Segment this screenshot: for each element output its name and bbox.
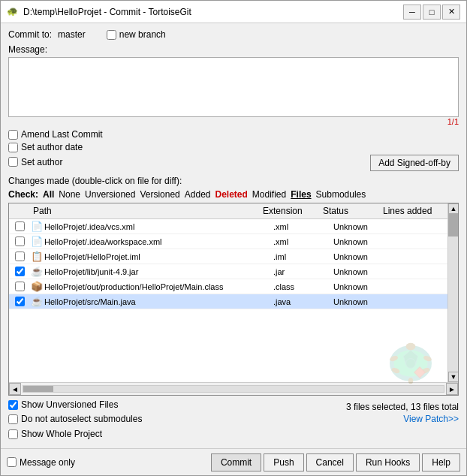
- message-only-checkbox[interactable]: [7, 457, 17, 467]
- header-lines[interactable]: Lines added: [380, 205, 447, 217]
- title-bar: 🐢 D:\temp\HelloProjet - Commit - Tortois…: [1, 1, 466, 23]
- cancel-button[interactable]: Cancel: [306, 453, 354, 471]
- vertical-scrollbar[interactable]: ▲ ▼: [447, 203, 458, 382]
- filter-none[interactable]: None: [59, 189, 80, 200]
- set-author-checkbox[interactable]: [8, 157, 18, 167]
- file-icon-3: 📋: [32, 252, 42, 262]
- header-status[interactable]: Status: [320, 205, 380, 217]
- file-checkbox-4[interactable]: [15, 267, 25, 276]
- author-date-label: Set author date: [21, 142, 83, 152]
- scroll-left-arrow[interactable]: ◄: [9, 383, 21, 395]
- file-path-6: HelloProjet/src/Main.java: [44, 297, 136, 306]
- show-whole-row: Show Whole Project: [8, 429, 459, 439]
- file-checkbox-1[interactable]: [15, 221, 25, 231]
- filter-files[interactable]: Files: [291, 189, 311, 200]
- view-patch-link[interactable]: View Patch>>: [403, 414, 459, 424]
- file-checkbox-6[interactable]: [15, 297, 25, 306]
- check-filter-label: Check:: [8, 189, 38, 200]
- row-name-5[interactable]: 📦 HelloProjet/out/production/HelloProjet…: [30, 281, 270, 293]
- new-branch-checkbox[interactable]: [107, 30, 116, 40]
- header-check: [9, 205, 30, 217]
- row-ext-6: .java: [270, 297, 330, 307]
- scroll-thumb-v[interactable]: [448, 214, 458, 236]
- file-checkbox-5[interactable]: [15, 282, 25, 291]
- file-icon-4: ☕: [32, 267, 42, 277]
- row-status-1: Unknown: [330, 221, 390, 232]
- filter-submodules[interactable]: Submodules: [316, 189, 366, 200]
- filter-deleted[interactable]: Deleted: [215, 189, 248, 200]
- run-hooks-button[interactable]: Run Hooks: [356, 453, 420, 471]
- row-status-4: Unknown: [330, 267, 390, 277]
- row-name-3[interactable]: 📋 HelloProjet/HelloProjet.iml: [30, 251, 270, 263]
- file-checkbox-2[interactable]: [15, 236, 25, 246]
- filter-versioned[interactable]: Versioned: [140, 189, 179, 200]
- footer: Message only Commit Push Cancel Run Hook…: [1, 448, 466, 475]
- file-path-1: HelloProjet/.idea/vcs.xml: [44, 222, 134, 231]
- add-signed-off-button[interactable]: Add Signed-off-by: [370, 155, 459, 171]
- scroll-track-v[interactable]: [448, 214, 458, 372]
- filter-unversioned[interactable]: Unversioned: [85, 189, 135, 200]
- minimize-button[interactable]: ─: [403, 5, 421, 20]
- table-row: 📋 HelloProjet/HelloProjet.iml .iml Unkno…: [9, 249, 458, 264]
- row-check-3[interactable]: [9, 252, 30, 261]
- filter-added[interactable]: Added: [185, 189, 211, 200]
- app-icon: 🐢: [7, 6, 19, 18]
- message-input[interactable]: [8, 57, 459, 117]
- table-row: 📄 HelloProjet/.idea/workspace.xml .xml U…: [9, 234, 458, 249]
- scroll-track-h[interactable]: [23, 385, 444, 393]
- header-ext[interactable]: Extension: [260, 205, 320, 217]
- window-title: D:\temp\HelloProjet - Commit - TortoiseG…: [23, 7, 403, 17]
- file-icon-6: ☕: [32, 297, 42, 307]
- show-unversioned-label: Show Unversioned Files: [21, 399, 118, 410]
- file-icon-1: 📄: [32, 221, 42, 232]
- filter-modified[interactable]: Modified: [252, 189, 286, 200]
- maximize-button[interactable]: □: [423, 5, 441, 20]
- scroll-down-arrow[interactable]: ▼: [448, 372, 459, 382]
- amend-row: Amend Last Commit: [8, 129, 459, 140]
- row-check-4[interactable]: [9, 267, 30, 276]
- file-path-4: HelloProjet/lib/junit-4.9.jar: [44, 267, 138, 276]
- commit-to-row: Commit to: master new branch: [8, 29, 459, 40]
- amend-checkbox[interactable]: [8, 130, 18, 140]
- row-ext-1: .xml: [270, 221, 330, 232]
- show-unversioned-row: Show Unversioned Files: [8, 399, 142, 410]
- row-check-5[interactable]: [9, 282, 30, 291]
- new-branch-label: new branch: [119, 29, 166, 40]
- file-path-2: HelloProjet/.idea/workspace.xml: [44, 237, 162, 246]
- window-controls: ─ □ ✕: [403, 5, 460, 20]
- message-only-label: Message only: [20, 457, 75, 468]
- row-name-2[interactable]: 📄 HelloProjet/.idea/workspace.xml: [30, 236, 270, 248]
- do-not-autoselect-checkbox[interactable]: [8, 414, 18, 424]
- row-name-1[interactable]: 📄 HelloProjet/.idea/vcs.xml: [30, 221, 270, 233]
- file-checkbox-3[interactable]: [15, 252, 25, 261]
- row-check-6[interactable]: [9, 297, 30, 306]
- author-date-checkbox[interactable]: [8, 143, 18, 152]
- scroll-thumb-h[interactable]: [23, 386, 53, 392]
- row-name-4[interactable]: ☕ HelloProjet/lib/junit-4.9.jar: [30, 266, 270, 278]
- show-whole-checkbox[interactable]: [8, 429, 18, 439]
- help-button[interactable]: Help: [422, 453, 460, 471]
- scroll-up-arrow[interactable]: ▲: [448, 203, 459, 214]
- row-ext-2: .xml: [270, 236, 330, 247]
- close-button[interactable]: ✕: [442, 5, 460, 20]
- header-path[interactable]: Path: [30, 205, 260, 217]
- horizontal-scrollbar[interactable]: ◄ ►: [9, 382, 458, 395]
- author-date-row: Set author date: [8, 142, 459, 152]
- file-table-wrapper: Path Extension Status Lines added 📄: [8, 203, 459, 396]
- set-author-label: Set author: [21, 157, 62, 167]
- row-name-6[interactable]: ☕ HelloProjet/src/Main.java: [30, 296, 270, 308]
- row-check-2[interactable]: [9, 236, 30, 246]
- main-content: Commit to: master new branch Message: 1/…: [1, 23, 466, 448]
- row-check-1[interactable]: [9, 221, 30, 231]
- footer-buttons: Commit Push Cancel Run Hooks Help: [211, 453, 460, 471]
- show-unversioned-checkbox[interactable]: [8, 400, 18, 410]
- commit-button[interactable]: Commit: [211, 453, 261, 471]
- footer-left: Message only: [7, 457, 75, 468]
- scroll-right-arrow[interactable]: ►: [446, 383, 458, 395]
- push-button[interactable]: Push: [264, 453, 303, 471]
- filter-all[interactable]: All: [43, 189, 54, 200]
- file-table: Path Extension Status Lines added 📄: [8, 203, 459, 396]
- set-author-row: Set author Add Signed-off-by: [8, 155, 459, 171]
- set-author-check-row: Set author: [8, 157, 62, 167]
- bottom-checks-left: Show Unversioned Files Do not autoselect…: [8, 399, 142, 426]
